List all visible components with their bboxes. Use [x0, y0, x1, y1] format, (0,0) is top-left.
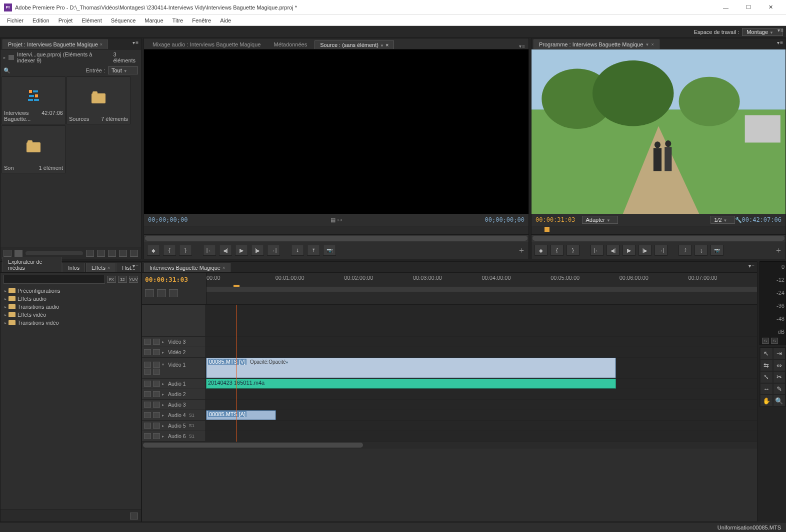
- play-button[interactable]: ▶: [622, 245, 636, 256]
- solo-right-button[interactable]: S: [771, 338, 778, 344]
- entry-select[interactable]: Tout ▼: [108, 66, 138, 74]
- settings-icon[interactable]: ▦: [330, 217, 336, 223]
- tab-metadonnees[interactable]: Métadonnées: [268, 40, 312, 49]
- menu-titre[interactable]: Titre: [168, 16, 188, 24]
- toggle-sync-lock-icon[interactable]: [153, 402, 160, 408]
- toggle-track-output-icon[interactable]: [144, 349, 151, 355]
- thumb-size-slider[interactable]: [26, 251, 83, 255]
- menu-aide[interactable]: Aide: [216, 16, 235, 24]
- workspace-select[interactable]: Montage ▼: [742, 28, 783, 36]
- step-forward-button[interactable]: |▶: [251, 245, 264, 256]
- menu-marque[interactable]: Marque: [140, 16, 167, 24]
- icon-view-icon[interactable]: [14, 250, 22, 257]
- overwrite-button[interactable]: ⤒: [307, 245, 320, 256]
- timeline-tab[interactable]: Interviews Baguette Magique ×: [144, 263, 230, 272]
- keyframe-nav-icon[interactable]: [153, 369, 160, 375]
- toggle-sync-lock-icon[interactable]: [153, 391, 160, 397]
- clip-audio-1[interactable]: 20140423 165011.m4a: [206, 379, 616, 389]
- new-bin-icon[interactable]: [108, 250, 116, 257]
- effects-search-input[interactable]: [4, 275, 105, 284]
- clip-audio-4[interactable]: 00085.MTS [A]: [206, 410, 276, 420]
- fx-node-presets[interactable]: ▸Préconfigurations: [2, 287, 139, 295]
- effects-panel-menu-icon[interactable]: ▾≡: [132, 263, 139, 269]
- track-video-2[interactable]: ▸Vidéo 2: [142, 347, 757, 358]
- track-audio-3[interactable]: ▸Audio 3: [142, 400, 757, 410]
- source-time-ruler[interactable]: [144, 226, 528, 235]
- add-marker-icon[interactable]: [169, 289, 178, 297]
- toggle-sync-lock-icon[interactable]: [153, 339, 160, 345]
- find-icon[interactable]: [97, 250, 105, 257]
- minimize-button[interactable]: —: [714, 0, 737, 15]
- toggle-track-output-icon[interactable]: [144, 362, 151, 368]
- keyframe-display-icon[interactable]: [144, 369, 151, 375]
- menu-element[interactable]: Elément: [78, 16, 106, 24]
- slip-tool[interactable]: ↔: [760, 383, 773, 395]
- add-marker-button[interactable]: ◆: [534, 245, 548, 256]
- timeline-h-scrollbar[interactable]: [142, 442, 757, 449]
- clear-icon[interactable]: [130, 250, 138, 257]
- timeline-zoom-bar[interactable]: [206, 287, 757, 292]
- linked-selection-icon[interactable]: [157, 289, 166, 297]
- button-editor-icon[interactable]: ＋: [518, 245, 526, 256]
- tab-media-browser[interactable]: Explorateur de médias: [2, 257, 62, 272]
- mark-out-button[interactable]: }: [179, 245, 192, 256]
- track-video-1[interactable]: ▾Vidéo 1 00085.MTS [V] Opacité:Opacité▾: [142, 358, 757, 379]
- toggle-sync-lock-icon[interactable]: [153, 362, 160, 368]
- track-select-tool[interactable]: ⇥: [773, 348, 786, 360]
- zoom-tool[interactable]: 🔍: [773, 395, 786, 407]
- play-button[interactable]: ▶: [235, 245, 248, 256]
- yuv-badge[interactable]: YUV: [129, 276, 138, 283]
- step-forward-button[interactable]: |▶: [638, 245, 652, 256]
- tab-mixage-audio[interactable]: Mixage audio : Interviews Baguette Magiq…: [147, 40, 266, 49]
- mute-icon[interactable]: [144, 412, 151, 418]
- add-marker-button[interactable]: ◆: [147, 245, 160, 256]
- fx-node-video-transitions[interactable]: ▸Transitions vidéo: [2, 319, 139, 327]
- track-audio-1[interactable]: ▸Audio 1 20140423 165011.m4a: [142, 379, 757, 389]
- project-item-bin-sources[interactable]: Sources7 éléments: [66, 76, 130, 124]
- timeline-panel-menu-icon[interactable]: ▾≡: [748, 263, 755, 269]
- lift-button[interactable]: ⤴: [678, 245, 692, 256]
- mark-in-button[interactable]: {: [550, 245, 564, 256]
- clip-video-1[interactable]: 00085.MTS [V] Opacité:Opacité▾: [206, 358, 616, 378]
- go-to-in-button[interactable]: |←: [203, 245, 216, 256]
- step-back-button[interactable]: ◀|: [219, 245, 232, 256]
- source-in-timecode[interactable]: 00;00;00;00: [148, 216, 188, 223]
- tab-infos[interactable]: Infos: [62, 263, 85, 272]
- new-item-icon[interactable]: [119, 250, 127, 257]
- mark-in-button[interactable]: {: [163, 245, 176, 256]
- rate-stretch-tool[interactable]: ⤡: [760, 371, 773, 383]
- track-audio-2[interactable]: ▸Audio 2: [142, 389, 757, 400]
- source-scrollbar[interactable]: [144, 235, 528, 242]
- snap-icon[interactable]: [145, 289, 154, 297]
- toggle-sync-lock-icon[interactable]: [153, 423, 160, 429]
- mute-icon[interactable]: [144, 402, 151, 408]
- project-item-sequence[interactable]: Interviews Baguette...42:07:06: [2, 76, 66, 124]
- search-icon[interactable]: 🔍: [4, 67, 10, 73]
- toggle-track-output-icon[interactable]: [144, 339, 151, 345]
- menu-projet[interactable]: Projet: [54, 16, 77, 24]
- wrench-icon[interactable]: 🔧: [735, 217, 742, 223]
- solo-left-button[interactable]: S: [762, 338, 769, 344]
- accelerated-fx-badge[interactable]: FX: [107, 276, 116, 283]
- workspace-menu-icon[interactable]: ▾≡: [778, 27, 784, 33]
- playhead-marker-icon[interactable]: [544, 227, 550, 232]
- ripple-edit-tool[interactable]: ⇆: [760, 360, 773, 372]
- toggle-sync-lock-icon[interactable]: [153, 433, 160, 439]
- hand-tool[interactable]: ✋: [760, 395, 773, 407]
- go-to-out-button[interactable]: →|: [654, 245, 668, 256]
- tab-source[interactable]: Source : (sans élément) ▼ ×: [314, 40, 394, 49]
- automate-icon[interactable]: [86, 250, 94, 257]
- insert-overlay-icon[interactable]: ↦: [336, 217, 344, 223]
- source-panel-menu-icon[interactable]: ▾≡: [519, 43, 526, 49]
- export-frame-button[interactable]: 📷: [323, 245, 336, 256]
- program-playhead-timecode[interactable]: 00:00:31:03: [536, 216, 575, 223]
- button-editor-icon[interactable]: ＋: [774, 245, 782, 256]
- menu-fichier[interactable]: Fichier: [3, 16, 28, 24]
- track-video-3[interactable]: ▸Vidéo 3: [142, 337, 757, 347]
- mute-icon[interactable]: [144, 391, 151, 397]
- menu-edition[interactable]: Edition: [28, 16, 54, 24]
- menu-sequence[interactable]: Séquence: [107, 16, 140, 24]
- program-resolution-select[interactable]: 1/2 ▼: [710, 216, 734, 224]
- insert-button[interactable]: ⤓: [291, 245, 304, 256]
- mute-icon[interactable]: [144, 423, 151, 429]
